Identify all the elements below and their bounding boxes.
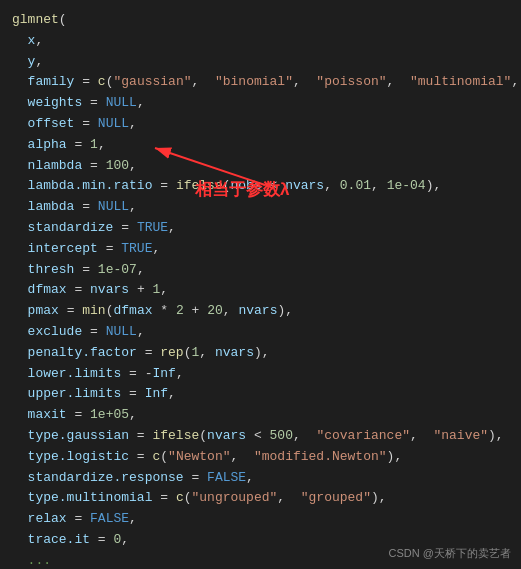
- code-line-12: intercept = TRUE,: [12, 239, 509, 260]
- code-line-15: pmax = min(dfmax * 2 + 20, nvars),: [12, 301, 509, 322]
- code-line-21: type.gaussian = ifelse(nvars < 500, "cov…: [12, 426, 509, 447]
- code-line-1: glmnet(: [12, 10, 509, 31]
- code-line-16: exclude = NULL,: [12, 322, 509, 343]
- code-line-4: family = c("gaussian", "binomial", "pois…: [12, 72, 509, 93]
- code-line-18: lower.limits = -Inf,: [12, 364, 509, 385]
- code-line-3: y,: [12, 52, 509, 73]
- code-line-13: thresh = 1e-07,: [12, 260, 509, 281]
- code-line-14: dfmax = nvars + 1,: [12, 280, 509, 301]
- code-line-8: nlambda = 100,: [12, 156, 509, 177]
- code-line-19: upper.limits = Inf,: [12, 384, 509, 405]
- code-line-9: lambda.min.ratio = ifelse(nobs < nvars, …: [12, 176, 509, 197]
- code-block: glmnet( x, y, family = c("gaussian", "bi…: [0, 0, 521, 569]
- code-line-17: penalty.factor = rep(1, nvars),: [12, 343, 509, 364]
- code-line-22: type.logistic = c("Newton", "modified.Ne…: [12, 447, 509, 468]
- watermark: CSDN @天桥下的卖艺者: [389, 546, 511, 561]
- code-line-24: type.multinomial = c("ungrouped", "group…: [12, 488, 509, 509]
- code-line-6: offset = NULL,: [12, 114, 509, 135]
- code-line-11: standardize = TRUE,: [12, 218, 509, 239]
- code-line-20: maxit = 1e+05,: [12, 405, 509, 426]
- code-line-7: alpha = 1,: [12, 135, 509, 156]
- code-line-5: weights = NULL,: [12, 93, 509, 114]
- code-line-2: x,: [12, 31, 509, 52]
- code-line-10: lambda = NULL,: [12, 197, 509, 218]
- code-line-23: standardize.response = FALSE,: [12, 468, 509, 489]
- code-line-25: relax = FALSE,: [12, 509, 509, 530]
